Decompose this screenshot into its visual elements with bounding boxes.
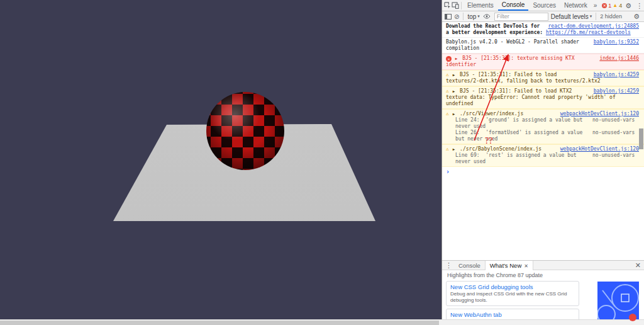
error-badge-icon: ✕ <box>602 3 607 8</box>
lint-text: Line 24: 'ground' is assigned a value bu… <box>455 117 592 130</box>
babylon-canvas[interactable] <box>0 0 441 319</box>
warning-icon: ⚠ <box>446 111 449 117</box>
source-link[interactable]: index.js:1446 <box>599 55 639 62</box>
drawer-tab-label: What's New <box>490 262 521 269</box>
source-link[interactable]: babylon.js:9352 <box>594 39 639 45</box>
warning-count: 4 <box>619 3 622 9</box>
whats-new-header: Highlights from the Chrome 87 update <box>442 270 644 279</box>
clear-console-icon[interactable]: ⊘ <box>454 13 459 20</box>
kebab-menu-icon[interactable]: ⋮ <box>634 1 644 10</box>
context-label: top <box>467 13 476 20</box>
message-text: Babylon.js v4.2.0 - WebGL2 - Parallel sh… <box>446 39 582 51</box>
message-text: ./src/Viewer/index.js <box>460 111 523 117</box>
settings-gear-icon[interactable]: ⚙ <box>623 1 633 10</box>
whats-new-body: New CSS Grid debugging tools Debug and i… <box>442 279 644 319</box>
horizontal-scrollbar-thumb[interactable] <box>0 321 439 325</box>
divider <box>463 13 464 20</box>
tab-elements[interactable]: Elements <box>464 0 497 11</box>
context-selector[interactable]: top ▾ <box>467 13 479 20</box>
lint-rule: no-unused-vars <box>592 117 639 130</box>
drawer-tab-console[interactable]: Console <box>454 261 485 270</box>
card-title-link[interactable]: New WebAuthn tab <box>450 311 575 318</box>
lint-line: Line 26: 'formatUsed' is assigned a valu… <box>446 130 639 142</box>
expand-arrow-icon[interactable]: ▶ <box>453 111 455 116</box>
device-toolbar-icon[interactable] <box>452 1 459 10</box>
console-prompt[interactable]: › <box>442 167 644 177</box>
lint-line: Line 24: 'ground' is assigned a value bu… <box>446 117 639 130</box>
drawer-tabbar: ⋮ Console What's New✕ ✕ <box>442 261 644 270</box>
message-text: BJS - [21:35:31]: Failed to load KTX2 te… <box>446 88 619 106</box>
devtools-panel: Elements Console Sources Network » ✕ 1 ▲… <box>441 0 644 319</box>
source-link[interactable]: react-dom.development.js:24885 <box>548 23 640 30</box>
message-text: BJS - [21:35:31]: Failed to load texture… <box>446 72 601 84</box>
card-description: Debug and inspect CSS Grid with the new … <box>450 291 575 303</box>
hidden-messages-badge[interactable]: 2 hidden <box>600 13 622 20</box>
inspect-element-icon[interactable] <box>444 1 451 10</box>
card-title-link[interactable]: New CSS Grid debugging tools <box>450 283 575 290</box>
prompt-chevron-icon: › <box>446 168 450 175</box>
filter-input[interactable] <box>494 13 548 21</box>
annotation-question-marks: ?? <box>485 136 492 146</box>
warning-icon: ⚠ <box>446 88 449 94</box>
levels-label: Default levels <box>551 13 589 20</box>
close-tab-icon[interactable]: ✕ <box>524 263 528 269</box>
expand-arrow-icon[interactable]: ▶ <box>453 147 455 151</box>
lint-text: Line 26: 'formatUsed' is assigned a valu… <box>455 130 592 142</box>
more-tabs-icon[interactable]: » <box>592 2 599 9</box>
console-messages: react-dom.development.js:24885 Download … <box>442 22 644 260</box>
lint-line: Line 69: 'rest' is assigned a value but … <box>446 152 639 165</box>
chevron-down-icon: ▾ <box>477 14 480 19</box>
console-sidebar-icon[interactable] <box>445 14 452 20</box>
eye-icon[interactable] <box>482 12 492 21</box>
react-devtools-link[interactable]: https://fb.me/react-devtools <box>546 30 631 35</box>
drawer-tab-whats-new[interactable]: What's New✕ <box>485 261 533 270</box>
expand-arrow-icon[interactable]: ▶ <box>453 72 455 77</box>
issues-badge[interactable]: ✕ 1 ▲ 4 <box>602 3 622 9</box>
error-count: 1 <box>608 3 611 9</box>
vertical-scrollbar-thumb[interactable] <box>639 128 643 149</box>
warning-icon: ⚠ <box>446 146 449 152</box>
message-text: BJS - [21:35:31]: texture missing KTX id… <box>446 55 577 67</box>
console-warning-viewer: webpackHotDevClient.js:120 ⚠ ▶ ./src/Vie… <box>442 109 644 144</box>
log-levels-selector[interactable]: Default levels ▾ <box>551 13 592 20</box>
warning-icon: ⚠ <box>446 72 449 77</box>
close-drawer-icon[interactable]: ✕ <box>633 261 643 270</box>
source-link[interactable]: webpackHotDevClient.js:120 <box>560 146 639 152</box>
console-settings-gear-icon[interactable]: ⚙ <box>631 12 641 21</box>
whats-new-card: New WebAuthn tab Emulate authenticators … <box>446 309 579 319</box>
chevron-down-icon: ▾ <box>590 14 592 19</box>
lint-rule: no-unused-vars <box>592 152 639 165</box>
source-link[interactable]: babylon.js:4259 <box>594 72 639 78</box>
screen: Elements Console Sources Network » ✕ 1 ▲… <box>0 0 644 325</box>
devtools-tabbar: Elements Console Sources Network » ✕ 1 ▲… <box>442 0 644 11</box>
tab-sources[interactable]: Sources <box>529 0 560 11</box>
divider <box>461 2 462 9</box>
error-icon: ✕ <box>446 56 452 62</box>
tab-console[interactable]: Console <box>498 0 529 11</box>
console-message-react: react-dom.development.js:24885 Download … <box>442 22 644 38</box>
expand-arrow-icon[interactable]: ▶ <box>455 56 458 60</box>
drawer: ⋮ Console What's New✕ ✕ Highlights from … <box>442 260 644 319</box>
lint-text: Line 69: 'rest' is assigned a value but … <box>455 152 592 165</box>
console-warning-fallback: babylon.js:4259 ⚠ ▶ BJS - [21:35:31]: Fa… <box>442 70 644 86</box>
lint-rule: no-unused-vars <box>592 130 639 142</box>
message-text: ./src/BabylonScene/index.js <box>460 146 541 152</box>
horizontal-scrollbar[interactable] <box>0 319 644 325</box>
tab-network[interactable]: Network <box>560 0 591 11</box>
divider <box>596 13 596 20</box>
message-text: Download the React DevTools for a better… <box>446 23 546 35</box>
source-link[interactable]: babylon.js:4259 <box>594 88 639 94</box>
expand-arrow-icon[interactable]: ▶ <box>453 89 455 93</box>
console-warning-ktx2: babylon.js:4259 ⚠ ▶ BJS - [21:35:31]: Fa… <box>442 86 644 109</box>
console-toolbar: ⊘ top ▾ Default levels ▾ 2 hidden ⚙ <box>442 11 644 22</box>
warning-badge-icon: ▲ <box>613 3 618 8</box>
drawer-kebab-icon[interactable]: ⋮ <box>443 261 454 270</box>
console-warning-babylonscene: webpackHotDevClient.js:120 ⚠ ▶ ./src/Bab… <box>442 144 644 167</box>
whats-new-card: New CSS Grid debugging tools Debug and i… <box>446 281 579 306</box>
checkered-sphere <box>206 92 284 170</box>
console-error-ktx: index.js:1446 ✕ ▶ BJS - [21:35:31]: text… <box>442 54 644 70</box>
console-message-babylon-version: babylon.js:9352 Babylon.js v4.2.0 - WebG… <box>442 38 644 54</box>
notification-dot <box>629 314 636 321</box>
source-link[interactable]: webpackHotDevClient.js:120 <box>560 111 639 117</box>
